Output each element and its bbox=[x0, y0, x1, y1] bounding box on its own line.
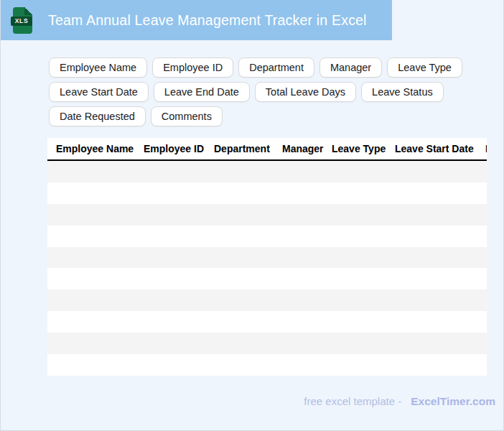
footer-brand-link[interactable]: ExcelTimer.com bbox=[411, 395, 495, 408]
xls-icon-fold bbox=[24, 7, 32, 15]
table-empty-row bbox=[47, 333, 487, 354]
chip-date-requested[interactable]: Date Requested bbox=[49, 106, 146, 126]
table-header-row: Employee Name Employee ID Department Man… bbox=[47, 138, 487, 161]
table-empty-row bbox=[47, 289, 487, 311]
col-leave-end-date: Leave End Date bbox=[485, 143, 487, 154]
chip-leave-type[interactable]: Leave Type bbox=[387, 57, 462, 78]
chip-leave-status[interactable]: Leave Status bbox=[361, 82, 444, 102]
chip-row-3: Date Requested Comments bbox=[49, 106, 462, 126]
footer-caption: free excel template - bbox=[304, 395, 401, 407]
chip-employee-name[interactable]: Employee Name bbox=[49, 57, 147, 78]
chip-row-1: Employee Name Employee ID Department Man… bbox=[49, 57, 462, 78]
leave-tracker-table: Employee Name Employee ID Department Man… bbox=[47, 138, 487, 376]
page: XLS Team Annual Leave Management Tracker… bbox=[0, 0, 504, 431]
chip-row-2: Leave Start Date Leave End Date Total Le… bbox=[49, 82, 462, 102]
table-empty-row bbox=[47, 161, 487, 182]
table-empty-row bbox=[47, 247, 487, 269]
xls-file-icon: XLS bbox=[13, 7, 32, 34]
chip-employee-id[interactable]: Employee ID bbox=[152, 57, 233, 78]
table-empty-row bbox=[47, 182, 487, 204]
chip-manager[interactable]: Manager bbox=[319, 57, 382, 78]
col-department: Department bbox=[214, 143, 282, 154]
chip-department[interactable]: Department bbox=[238, 57, 314, 78]
footer: free excel template - ExcelTimer.com bbox=[304, 395, 495, 408]
table-empty-row bbox=[47, 354, 487, 376]
table-empty-row bbox=[47, 204, 487, 226]
table-body bbox=[47, 161, 487, 376]
header-banner: XLS Team Annual Leave Management Tracker… bbox=[0, 0, 392, 40]
field-chips: Employee Name Employee ID Department Man… bbox=[49, 57, 462, 131]
table-empty-row bbox=[47, 226, 487, 247]
chip-leave-start-date[interactable]: Leave Start Date bbox=[49, 82, 149, 102]
col-manager: Manager bbox=[282, 143, 332, 154]
page-title: Team Annual Leave Management Tracker in … bbox=[48, 12, 367, 29]
table-empty-row bbox=[47, 268, 487, 289]
chip-total-leave-days[interactable]: Total Leave Days bbox=[255, 82, 356, 102]
col-leave-type: Leave Type bbox=[332, 143, 395, 154]
xls-icon-label: XLS bbox=[11, 17, 32, 26]
col-leave-start-date: Leave Start Date bbox=[395, 143, 485, 154]
chip-leave-end-date[interactable]: Leave End Date bbox=[154, 82, 250, 102]
col-employee-id: Employee ID bbox=[144, 143, 214, 154]
chip-comments[interactable]: Comments bbox=[151, 106, 223, 126]
col-employee-name: Employee Name bbox=[56, 143, 144, 154]
table-empty-row bbox=[47, 311, 487, 333]
